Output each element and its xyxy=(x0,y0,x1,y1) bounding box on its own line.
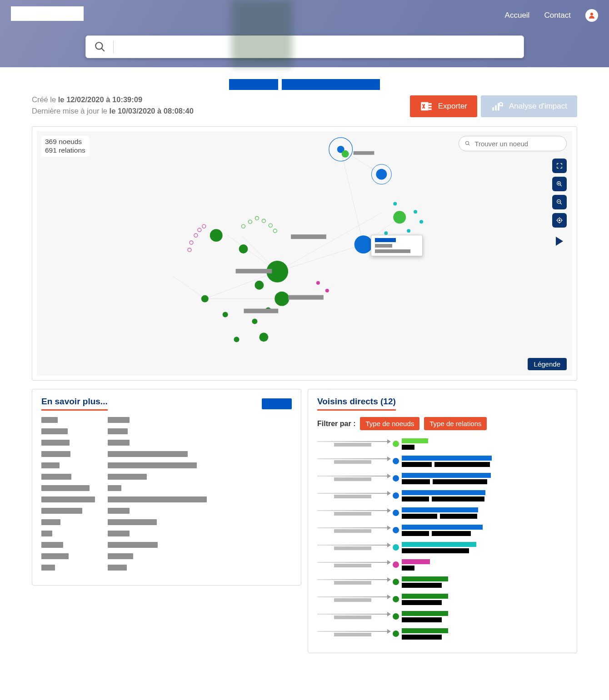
svg-point-72 xyxy=(325,289,329,293)
neighbor-dot xyxy=(393,458,399,464)
more-row xyxy=(41,565,292,571)
logo[interactable] xyxy=(11,6,84,21)
svg-point-59 xyxy=(201,295,209,303)
page-title xyxy=(0,67,609,95)
neighbor-row[interactable] xyxy=(317,575,568,589)
filter-node-type[interactable]: Type de noeuds xyxy=(360,417,419,430)
svg-line-30 xyxy=(341,149,364,244)
svg-rect-74 xyxy=(236,269,272,273)
neighbor-dot xyxy=(393,492,399,499)
svg-point-53 xyxy=(255,281,264,290)
more-row xyxy=(41,440,292,446)
neighbor-dot xyxy=(393,544,399,551)
neighbor-row[interactable] xyxy=(317,609,568,624)
svg-point-47 xyxy=(393,202,397,205)
more-row xyxy=(41,428,292,434)
more-row xyxy=(41,417,292,423)
export-button[interactable]: Exporter xyxy=(410,95,477,117)
more-row xyxy=(41,531,292,536)
neighbor-dot xyxy=(393,579,399,585)
neighbor-dot xyxy=(393,596,399,602)
svg-rect-6 xyxy=(428,109,431,110)
more-row xyxy=(41,451,292,457)
svg-point-64 xyxy=(273,229,277,233)
svg-point-69 xyxy=(190,241,193,244)
graph-canvas[interactable]: 369 noeuds 691 relations xyxy=(37,131,572,376)
neighbors-title: Voisins directs (12) xyxy=(317,397,396,411)
more-row xyxy=(41,474,292,480)
neighbor-row[interactable] xyxy=(317,488,568,503)
svg-point-51 xyxy=(210,229,223,242)
svg-rect-5 xyxy=(428,106,431,108)
svg-point-50 xyxy=(275,292,289,306)
svg-line-11 xyxy=(502,105,503,106)
svg-rect-4 xyxy=(428,103,431,105)
svg-point-57 xyxy=(234,337,240,342)
neighbors-panel: Voisins directs (12) Filtrer par : Type … xyxy=(308,389,577,653)
svg-rect-75 xyxy=(288,295,324,300)
neighbor-row[interactable] xyxy=(317,523,568,537)
filter-relation-type[interactable]: Type de relations xyxy=(424,417,487,430)
svg-rect-73 xyxy=(291,234,326,239)
neighbor-dot xyxy=(393,475,399,482)
nav-home[interactable]: Accueil xyxy=(505,11,530,20)
neighbor-dot xyxy=(393,510,399,516)
filter-label: Filtrer par : xyxy=(317,420,355,428)
more-row xyxy=(41,519,292,525)
svg-point-44 xyxy=(414,210,417,213)
neighbor-row[interactable] xyxy=(317,454,568,468)
neighbor-row[interactable] xyxy=(317,437,568,451)
impact-icon xyxy=(491,100,504,113)
svg-point-71 xyxy=(316,281,320,285)
neighbor-dot xyxy=(393,630,399,637)
more-chip[interactable] xyxy=(262,398,292,409)
svg-point-70 xyxy=(188,248,191,252)
svg-point-40 xyxy=(376,169,387,180)
svg-line-2 xyxy=(101,48,105,51)
neighbor-dot xyxy=(393,527,399,533)
node-tooltip xyxy=(371,235,423,256)
more-panel: En savoir plus... xyxy=(32,389,301,586)
neighbor-row[interactable] xyxy=(317,557,568,572)
more-row xyxy=(41,553,292,559)
more-row xyxy=(41,462,292,468)
neighbor-row[interactable] xyxy=(317,540,568,555)
global-search[interactable] xyxy=(85,35,524,58)
meta-block: Créé le le 12/02/2020 à 10:39:09 Dernièr… xyxy=(32,95,194,118)
neighbor-dot xyxy=(393,441,399,447)
more-row xyxy=(41,508,292,514)
svg-point-42 xyxy=(354,235,373,253)
svg-point-56 xyxy=(259,333,268,342)
svg-point-1 xyxy=(95,42,102,49)
global-search-input[interactable] xyxy=(113,40,515,53)
svg-point-61 xyxy=(255,216,259,220)
svg-rect-76 xyxy=(244,309,278,313)
graph-svg xyxy=(37,131,572,376)
svg-point-46 xyxy=(407,229,410,233)
avatar[interactable] xyxy=(585,9,598,22)
more-row xyxy=(41,485,292,491)
svg-point-52 xyxy=(239,244,248,253)
svg-point-45 xyxy=(419,220,423,223)
svg-rect-3 xyxy=(421,102,428,111)
impact-analysis-button[interactable]: Analyse d'impact xyxy=(481,95,577,117)
neighbor-row[interactable] xyxy=(317,592,568,606)
nav-contact[interactable]: Contact xyxy=(544,11,571,20)
more-row xyxy=(41,542,292,548)
svg-line-27 xyxy=(277,244,363,272)
neighbor-row[interactable] xyxy=(317,506,568,520)
svg-point-48 xyxy=(384,231,388,235)
svg-point-58 xyxy=(223,312,228,318)
svg-rect-77 xyxy=(354,151,374,155)
neighbor-row[interactable] xyxy=(317,626,568,641)
svg-point-62 xyxy=(262,219,265,223)
legend-button[interactable]: Légende xyxy=(528,358,567,370)
svg-line-35 xyxy=(173,276,205,299)
svg-point-68 xyxy=(202,224,206,228)
neighbor-dot xyxy=(393,561,399,568)
more-title: En savoir plus... xyxy=(41,397,108,411)
svg-point-39 xyxy=(342,150,349,158)
neighbor-row[interactable] xyxy=(317,471,568,486)
graph-card: 369 noeuds 691 relations xyxy=(32,126,577,381)
more-row xyxy=(41,496,292,502)
